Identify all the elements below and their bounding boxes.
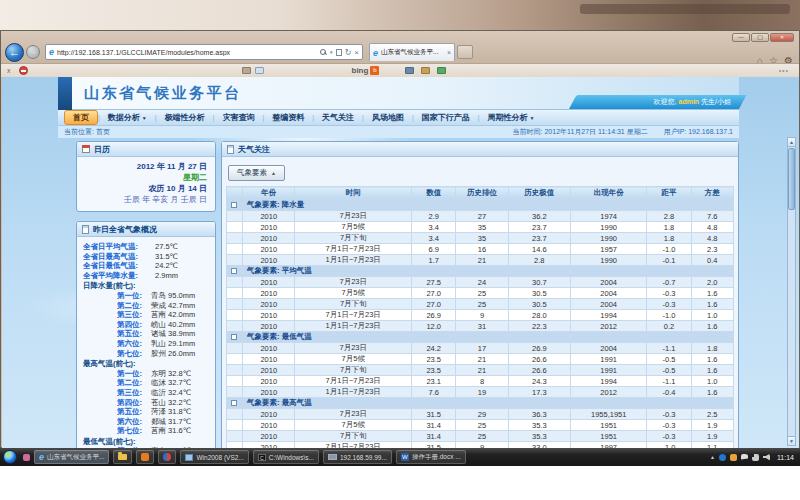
clock[interactable]: 11:14	[777, 454, 794, 461]
rank-value[interactable]: 诸城 38.9mm	[151, 329, 195, 339]
camera-icon[interactable]	[405, 67, 414, 74]
table-row[interactable]: 20107月23日2.92736.219742.87.6	[227, 211, 734, 222]
browser-tab[interactable]: e 山东省气候业务平... ×	[369, 43, 455, 61]
nav-item-6[interactable]: 天气关注	[314, 111, 362, 124]
table-row[interactable]: 20101月1日~7月23日1.7212.81990-0.10.4	[227, 255, 734, 266]
table-row[interactable]: 20101月1日~7月23日12.03122.320120.21.6	[227, 321, 734, 332]
card-icon[interactable]	[242, 67, 251, 74]
rank-value[interactable]: 莒南 42.0mm	[151, 310, 195, 320]
stop-icon[interactable]: ×	[354, 48, 359, 57]
nav-item-1[interactable]: 首页	[64, 110, 98, 125]
table-group-row[interactable]: 气象要素: 最高气温	[227, 398, 734, 409]
search-caret-icon[interactable]: ▾	[330, 49, 333, 55]
rank-value[interactable]: 东明 32.8℃	[151, 369, 191, 379]
table-row[interactable]: 20107月5候3.43523.719901.84.8	[227, 222, 734, 233]
rank-value[interactable]: 临沂 32.4℃	[151, 388, 191, 398]
mail-icon[interactable]	[255, 67, 264, 74]
nav-item-3[interactable]: 极端性分析	[157, 111, 213, 124]
rank-value[interactable]: 荣成 42.7mm	[151, 301, 195, 311]
table-header-cell[interactable]: 距平	[647, 187, 691, 200]
volume-icon[interactable]	[763, 454, 770, 461]
nav-item-9[interactable]: 周期性分析▼	[480, 111, 543, 124]
rank-value[interactable]: 胶州 26.0mm	[151, 349, 195, 359]
compatibility-view-icon[interactable]	[336, 49, 342, 56]
nav-item-2[interactable]: 数据分析▼	[100, 111, 155, 124]
scroll-up-icon[interactable]: ▲	[788, 138, 795, 147]
table-header-cell[interactable]: 历史排位	[456, 187, 508, 200]
search-provider-icon[interactable]: b	[370, 66, 379, 75]
table-row[interactable]: 20107月23日27.52430.72004-0.72.0	[227, 277, 734, 288]
element-filter-button[interactable]: 气象要素 ▲	[228, 165, 285, 181]
table-group-row[interactable]: 气象要素: 降水量	[227, 200, 734, 211]
group-checkbox[interactable]	[231, 400, 237, 406]
table-row[interactable]: 20107月23日24.21726.92004-1.11.8	[227, 343, 734, 354]
taskbar-button-ie[interactable]: e山东省气候业务平...	[34, 450, 109, 464]
table-row[interactable]: 20107月5候23.52126.61991-0.51.6	[227, 354, 734, 365]
table-header-cell[interactable]: 出现年份	[570, 187, 646, 200]
tab-close-icon[interactable]: ×	[447, 49, 451, 56]
translate-icon[interactable]	[421, 67, 430, 74]
address-bar[interactable]: e http://192.168.137.1/GLCCLIMATE/module…	[45, 44, 363, 60]
rank-value[interactable]: 崂山 40.2mm	[151, 320, 195, 330]
bing-logo[interactable]: bing b	[352, 66, 380, 75]
refresh-icon[interactable]: ↻	[345, 48, 352, 57]
table-header-cell[interactable]: 年份	[243, 187, 295, 200]
table-row[interactable]: 20107月1日~7月23日6.91614.61957-1.02.3	[227, 244, 734, 255]
table-group-row[interactable]: 气象要素: 最低气温	[227, 332, 734, 343]
rank-value[interactable]: 苍山 32.2℃	[151, 398, 191, 408]
start-button[interactable]	[3, 450, 17, 464]
action-center-flag-icon[interactable]	[741, 454, 748, 461]
rank-value[interactable]: 郯城 31.7℃	[151, 417, 191, 427]
table-row[interactable]: 20107月5候31.42535.31951-0.31.9	[227, 420, 734, 431]
taskbar-button-word[interactable]: W操作手册.docx ...	[396, 450, 466, 464]
scrollbar-thumb[interactable]	[788, 148, 795, 210]
search-icon[interactable]	[320, 49, 327, 56]
update-icon[interactable]	[730, 454, 737, 461]
nav-item-4[interactable]: 灾害查询	[214, 111, 262, 124]
back-button[interactable]: ←	[5, 43, 24, 62]
blocked-content-icon[interactable]	[19, 66, 28, 75]
table-header-cell[interactable]: 数值	[412, 187, 456, 200]
network-icon[interactable]	[752, 454, 759, 461]
share-icon[interactable]	[437, 67, 446, 74]
taskbar-button-win[interactable]: Win2008 (VS2...	[180, 450, 248, 464]
table-group-row[interactable]: 气象要素: 平均气温	[227, 266, 734, 277]
taskbar-button-orange[interactable]	[136, 450, 154, 464]
rank-value[interactable]: 乳山 29.1mm	[151, 339, 195, 349]
taskbar-button-cmd[interactable]: CC:\Windows\s...	[253, 450, 319, 464]
rank-value[interactable]: 菏泽 31.8℃	[151, 407, 191, 417]
url-text[interactable]: http://192.168.137.1/GLCCLIMATE/modules/…	[57, 49, 320, 56]
table-row[interactable]: 20107月23日31.52936.31955,1951-0.32.5	[227, 409, 734, 420]
rank-value[interactable]: 莒南 31.6℃	[151, 426, 191, 436]
table-row[interactable]: 20107月下旬23.52126.61991-0.51.6	[227, 365, 734, 376]
nav-item-8[interactable]: 国家下行产品	[414, 111, 478, 124]
more-options-icon[interactable]: •••	[779, 67, 789, 74]
group-checkbox[interactable]	[231, 268, 237, 274]
table-row[interactable]: 20107月1日~7月23日26.9928.01994-1.01.0	[227, 310, 734, 321]
rank-value[interactable]: 临沭 32.7℃	[151, 378, 191, 388]
table-row[interactable]: 20101月1日~7月23日7.61917.32012-0.41.6	[227, 387, 734, 398]
group-checkbox[interactable]	[231, 334, 237, 340]
table-header-cell[interactable]: 时间	[295, 187, 412, 200]
table-row[interactable]: 20107月1日~7月23日23.1824.31994-1.11.0	[227, 376, 734, 387]
taskbar-button-circle[interactable]	[158, 450, 176, 464]
pinned-app-icon[interactable]	[23, 454, 30, 461]
table-row[interactable]: 20107月下旬27.02530.52004-0.31.6	[227, 299, 734, 310]
hidden-icons-chevron[interactable]: ▲	[710, 454, 715, 460]
nav-item-5[interactable]: 整编资料	[264, 111, 312, 124]
nav-item-7[interactable]: 风场地图	[364, 111, 412, 124]
new-tab-button[interactable]	[457, 45, 473, 59]
taskbar-button-folder[interactable]	[113, 450, 132, 464]
table-row[interactable]: 20107月下旬31.42535.31951-0.31.9	[227, 431, 734, 442]
table-row[interactable]: 20107月下旬3.43523.719901.84.8	[227, 233, 734, 244]
taskbar-button-rdp[interactable]: 192.168.59.99...	[323, 450, 392, 464]
close-toolbar-icon[interactable]: x	[7, 67, 11, 74]
page-scrollbar[interactable]: ▲ ▼	[787, 137, 796, 446]
ime-icon[interactable]	[719, 454, 726, 461]
scroll-down-icon[interactable]: ▼	[788, 436, 795, 445]
rank-value[interactable]: 青岛 95.0mm	[151, 291, 195, 301]
group-checkbox[interactable]	[231, 202, 237, 208]
table-header-cell[interactable]: 历史极值	[508, 187, 570, 200]
forward-button[interactable]: →	[26, 45, 40, 59]
table-row[interactable]: 20107月5候27.02530.52004-0.31.6	[227, 288, 734, 299]
